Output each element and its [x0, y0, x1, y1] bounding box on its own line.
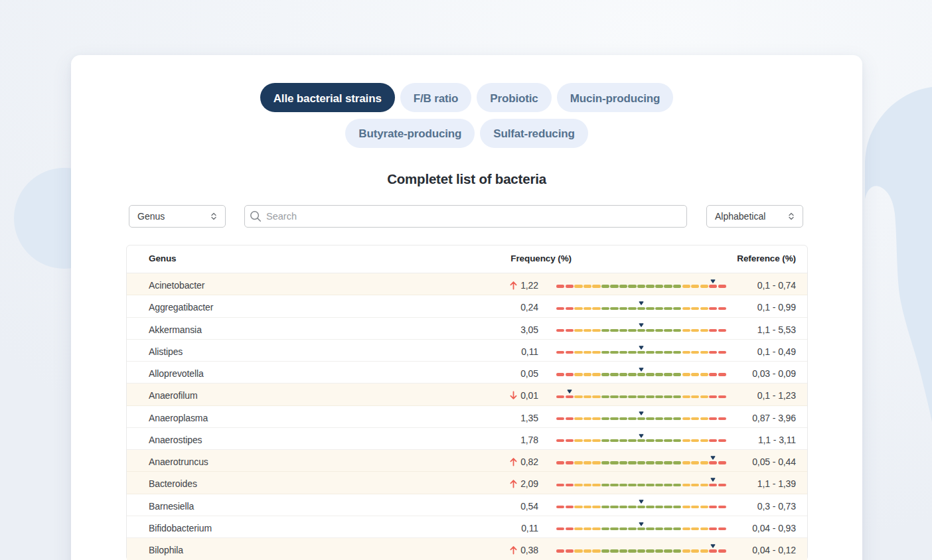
reference-range: 0,05 - 0,44 — [752, 457, 796, 466]
reference-range: 0,04 - 0,93 — [752, 524, 796, 533]
value-marker-icon — [639, 368, 644, 372]
tab-alle-bacterial-strains[interactable]: Alle bacterial strains — [260, 83, 395, 112]
bar-dash-yellow — [583, 307, 591, 310]
table-row: Anaerostipes1,781,1 - 3,11 — [127, 428, 807, 450]
bar-dash-green — [655, 527, 663, 530]
tab-f-b-ratio[interactable]: F/B ratio — [400, 83, 472, 112]
bar-dash-green — [628, 506, 636, 508]
bar-dash-green — [637, 439, 645, 442]
bar-dash-green — [664, 549, 672, 552]
bar-dash-red — [556, 285, 564, 287]
bar-dashes — [556, 461, 726, 464]
frequency-value-cell: 1,78 — [520, 435, 538, 445]
bar-dash-red — [566, 307, 574, 310]
bar-dash-green — [628, 461, 636, 464]
reference-range-bar — [556, 323, 726, 332]
bar-dash-yellow — [700, 484, 708, 486]
table-row: Akkermansia3,051,1 - 5,53 — [127, 318, 807, 340]
group-select[interactable]: Genus — [129, 205, 226, 228]
unfold-icon — [788, 212, 795, 220]
frequency-value-cell: 0,24 — [520, 303, 538, 312]
frequency-value: 0,05 — [520, 369, 538, 378]
bar-dash-green — [655, 307, 663, 310]
bar-dash-red — [566, 395, 574, 398]
reference-range-bar — [556, 456, 726, 464]
frequency-value-cell: 1,35 — [520, 413, 538, 423]
search-box[interactable] — [244, 205, 687, 228]
bar-dash-green — [673, 351, 681, 354]
bar-dash-red — [556, 527, 564, 530]
bar-dash-green — [628, 329, 636, 332]
bar-dash-red — [718, 329, 726, 332]
genus-name: Anaerotruncus — [149, 457, 208, 466]
tab-mucin-producing[interactable]: Mucin-producing — [557, 83, 674, 112]
bar-dash-yellow — [700, 351, 708, 354]
bar-dash-yellow — [700, 417, 708, 420]
bar-dashes — [556, 549, 726, 552]
bar-dash-yellow — [592, 461, 600, 464]
arrow-up-icon-svg — [510, 457, 517, 466]
bar-dash-red — [566, 417, 574, 420]
marker-triangle-icon — [567, 389, 572, 394]
sort-select[interactable]: Alphabetical — [706, 205, 803, 228]
marker-triangle-icon — [639, 434, 644, 439]
bar-dash-green — [637, 329, 645, 332]
bar-dash-red — [556, 439, 564, 442]
column-header-genus: Genus — [149, 253, 177, 263]
bar-dash-red — [709, 329, 717, 332]
tab-butyrate-producing[interactable]: Butyrate-producing — [345, 119, 475, 148]
bar-dash-green — [619, 549, 627, 552]
tab-sulfat-reducing[interactable]: Sulfat-reducing — [480, 119, 587, 148]
tab-probiotic[interactable]: Probiotic — [477, 83, 551, 112]
value-marker-icon — [639, 301, 644, 306]
bar-dash-green — [664, 307, 672, 310]
bar-dash-green — [646, 373, 654, 376]
bar-dash-green — [628, 351, 636, 354]
reference-range: 0,87 - 3,96 — [752, 413, 796, 423]
reference-range: 0,1 - 1,23 — [757, 391, 796, 400]
bar-dash-yellow — [583, 484, 591, 486]
marker-triangle-icon — [710, 544, 716, 549]
reference-range: 0,3 - 0,73 — [757, 502, 796, 511]
search-input[interactable] — [266, 211, 680, 222]
bar-dash-green — [655, 285, 663, 287]
reference-range: 0,1 - 0,74 — [757, 281, 796, 290]
bar-dash-red — [718, 373, 726, 376]
bar-dash-green — [601, 417, 609, 420]
table-row: Acinetobacter1,220,1 - 0,74 — [127, 273, 807, 295]
genus-name: Anaerofilum — [149, 391, 198, 400]
bar-dash-yellow — [700, 395, 708, 398]
bar-dash-green — [628, 549, 636, 552]
bar-dash-green — [637, 484, 645, 486]
bar-dash-yellow — [691, 484, 699, 486]
bar-dash-green — [610, 484, 618, 486]
marker-triangle-icon — [639, 522, 644, 527]
search-icon — [250, 210, 262, 222]
bar-dash-red — [718, 461, 726, 464]
bar-dash-yellow — [574, 395, 582, 398]
bar-dash-red — [566, 285, 574, 287]
reference-range-bar — [556, 389, 726, 398]
marker-triangle-icon — [710, 279, 716, 284]
frequency-value-cell: 0,05 — [520, 369, 538, 378]
bar-dash-green — [601, 395, 609, 398]
bar-dash-green — [637, 527, 645, 530]
value-marker-icon — [639, 346, 644, 350]
table-row: Aggregatibacter0,240,1 - 0,99 — [127, 295, 807, 317]
bar-dash-green — [601, 461, 609, 464]
bar-dash-red — [709, 506, 717, 508]
bar-dash-red — [709, 285, 717, 287]
bar-dash-green — [628, 395, 636, 398]
tab-row-1: Alle bacterial strainsF/B ratioProbiotic… — [260, 83, 674, 112]
bar-dash-green — [655, 439, 663, 442]
bar-dash-red — [718, 549, 726, 552]
bar-dash-yellow — [700, 506, 708, 508]
bar-dash-green — [664, 527, 672, 530]
bar-dash-red — [556, 329, 564, 332]
bar-dashes — [556, 439, 726, 442]
bar-dash-red — [566, 461, 574, 464]
value-marker-icon — [710, 478, 716, 482]
bar-dash-yellow — [682, 329, 690, 332]
bar-dash-yellow — [691, 439, 699, 442]
bar-dash-red — [566, 439, 574, 442]
